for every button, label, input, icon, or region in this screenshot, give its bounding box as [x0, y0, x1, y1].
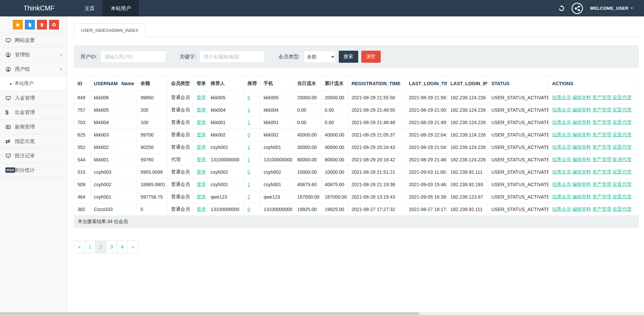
action-link[interactable]: 编辑资料 [572, 107, 591, 112]
referral-count-link[interactable]: 1 [248, 145, 250, 150]
action-link[interactable]: 编辑资料 [572, 157, 591, 162]
action-link[interactable]: 资产管理 [592, 144, 611, 150]
action-link[interactable]: 设置代理 [612, 181, 631, 187]
action-link[interactable]: 拉黑会员 [552, 119, 571, 125]
user-avatar-icon[interactable] [571, 2, 583, 14]
action-link[interactable]: 资产管理 [592, 132, 611, 137]
referral-count-link[interactable]: 2 [248, 194, 250, 200]
action-link[interactable]: 拉黑会员 [552, 194, 571, 199]
login-as-user-link[interactable]: 登录 [197, 144, 206, 150]
page-button-prev[interactable]: « [74, 241, 85, 253]
login-as-user-link[interactable]: 登录 [197, 206, 206, 212]
nav-tab-site-users[interactable]: 本站用户 [103, 0, 139, 16]
page-button-3[interactable]: 3 [106, 241, 117, 253]
sidebar-item-bet-records[interactable]: 投注记录 [0, 149, 67, 163]
sidebar-item-deposit-mgmt[interactable]: 入金管理 [0, 91, 67, 105]
action-link[interactable]: 拉黑会员 [552, 95, 571, 100]
action-link[interactable]: 资产管理 [592, 107, 611, 112]
referral-count-link[interactable]: 0 [248, 207, 250, 212]
login-as-user-link[interactable]: 登录 [197, 132, 206, 137]
action-link[interactable]: 拉黑会员 [552, 169, 571, 174]
referral-count-link[interactable]: 0 [248, 95, 250, 100]
login-as-user-link[interactable]: 登录 [197, 107, 206, 112]
login-as-user-link[interactable]: 登录 [197, 169, 206, 174]
sidebar-item-label: 网站设置 [15, 37, 35, 44]
action-link[interactable]: 资产管理 [592, 194, 611, 199]
action-link[interactable]: 设置代理 [612, 194, 631, 199]
file-icon [28, 22, 32, 27]
action-link[interactable]: 资产管理 [592, 119, 611, 125]
login-as-user-link[interactable]: 登录 [197, 194, 206, 199]
action-link[interactable]: 拉黑会员 [552, 206, 571, 212]
sidebar-item-points-stats[interactable]: VISA积分统计 [0, 163, 67, 177]
sidebar-item-admin-group[interactable]: 管理组› [0, 48, 67, 62]
home-button[interactable] [13, 20, 23, 30]
action-link[interactable]: 编辑资料 [572, 194, 591, 199]
clear-button[interactable]: 清空 [361, 51, 381, 63]
nav-tab-home[interactable]: 主页 [76, 0, 103, 16]
referral-count-link[interactable]: 0 [248, 132, 250, 138]
action-link[interactable]: 设置代理 [612, 169, 631, 174]
action-link[interactable]: 设置代理 [612, 132, 631, 137]
action-link[interactable]: 资产管理 [592, 169, 611, 174]
referral-count-link[interactable]: 1 [248, 107, 250, 113]
action-link[interactable]: 拉黑会员 [552, 132, 571, 137]
keyword-input[interactable] [199, 51, 265, 63]
page-button-4[interactable]: 4 [117, 241, 128, 253]
login-as-user-link[interactable]: 登录 [197, 95, 206, 100]
cell-referrals: 1 [244, 116, 260, 129]
referral-count-link[interactable]: 0 [248, 169, 250, 175]
cell-name [118, 166, 137, 178]
user-id-label: 用户ID: [80, 54, 97, 60]
action-link[interactable]: 设置代理 [612, 107, 631, 112]
action-link[interactable]: 编辑资料 [572, 95, 591, 100]
action-link[interactable]: 编辑资料 [572, 119, 591, 125]
column-header: 手机 [260, 76, 294, 92]
action-link[interactable]: 资产管理 [592, 157, 611, 162]
action-link[interactable]: 设置代理 [612, 95, 631, 100]
action-link[interactable]: 编辑资料 [572, 181, 591, 187]
action-link[interactable]: 编辑资料 [572, 144, 591, 150]
member-type-select[interactable]: 全部 [304, 51, 336, 63]
page-button-1[interactable]: 1 [85, 241, 96, 253]
action-link[interactable]: 拉黑会员 [552, 144, 571, 150]
login-as-user-link[interactable]: 登录 [197, 181, 206, 187]
action-link[interactable]: 设置代理 [612, 206, 631, 212]
login-as-user-link[interactable]: 登录 [197, 119, 206, 125]
action-link[interactable]: 拉黑会员 [552, 157, 571, 162]
action-link[interactable]: 拉黑会员 [552, 181, 571, 187]
referral-count-link[interactable]: 1 [248, 157, 250, 162]
user-id-input[interactable] [100, 51, 166, 63]
login-as-user-link[interactable]: 登录 [197, 157, 206, 162]
search-button[interactable]: 搜索 [339, 51, 358, 63]
action-link[interactable]: 编辑资料 [572, 132, 591, 137]
sidebar-item-site-settings[interactable]: 网站设置 [0, 33, 67, 48]
action-link[interactable]: 编辑资料 [572, 169, 591, 174]
action-link[interactable]: 设置代理 [612, 144, 631, 150]
brand-logo[interactable]: ThinkCMF [0, 0, 76, 16]
action-link[interactable]: 编辑资料 [572, 206, 591, 212]
sidebar-item-withdraw-mgmt[interactable]: $出金管理 [0, 105, 67, 120]
horizontal-scrollbar-thumb[interactable] [0, 312, 419, 315]
action-link[interactable]: 资产管理 [592, 206, 611, 212]
page-button-next[interactable]: » [127, 241, 139, 253]
tab-user-index[interactable]: USER_INDEXADMIN_INDEX [74, 23, 146, 37]
sidebar-item-site-users[interactable]: ▸本站用户 [0, 76, 67, 91]
user-dropdown[interactable]: WELCOME_USER ▼ [590, 6, 633, 11]
sidebar-item-user-group[interactable]: 用户组› [0, 62, 67, 76]
referral-count-link[interactable]: 1 [248, 120, 250, 125]
action-link[interactable]: 拉黑会员 [552, 107, 571, 112]
cell-total_flow: 10000.00 [321, 166, 348, 178]
refresh-icon[interactable] [558, 5, 565, 12]
sidebar-item-news-mgmt[interactable]: 新闻管理 [0, 120, 67, 134]
referral-count-link[interactable]: 1 [248, 182, 250, 187]
file-button[interactable] [25, 20, 35, 30]
action-link[interactable]: 设置代理 [612, 119, 631, 125]
table-row: 509csyh00218985.0801普通会员登录csyh0011csyh00… [74, 178, 639, 191]
trash-button[interactable] [37, 20, 47, 30]
action-link[interactable]: 取消代理 [612, 157, 631, 162]
action-link[interactable]: 资产管理 [592, 95, 611, 100]
recycle-button[interactable]: ♻ [49, 20, 59, 30]
action-link[interactable]: 资产管理 [592, 181, 611, 187]
sidebar-item-assign-prize[interactable]: ⇄指定出奖 [0, 134, 67, 149]
